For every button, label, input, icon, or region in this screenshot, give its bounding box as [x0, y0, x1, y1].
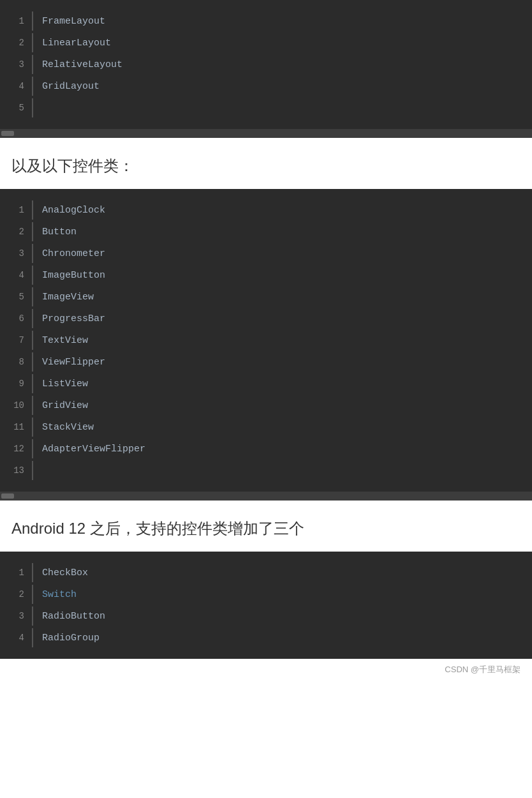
- line-separator: [32, 309, 33, 328]
- line-separator: [32, 222, 33, 241]
- line-number: 3: [0, 59, 32, 70]
- line-number: 1: [0, 205, 32, 215]
- line-number: 4: [0, 633, 32, 643]
- line-separator: [32, 439, 33, 458]
- line-number: 1: [0, 568, 32, 578]
- line-number: 5: [0, 292, 32, 302]
- line-content: Button: [42, 227, 77, 237]
- line-separator: [32, 331, 33, 350]
- section-heading: 以及以下控件类：: [0, 138, 532, 189]
- line-content: RelativeLayout: [42, 59, 122, 70]
- line-separator: [32, 628, 33, 647]
- line-content: RadioButton: [42, 611, 105, 622]
- line-content: ImageView: [42, 292, 94, 303]
- code-line: 4RadioGroup: [0, 627, 532, 649]
- middle-code-block-wrapper: 1AnalogClock2Button3Chronometer4ImageBut…: [0, 189, 532, 501]
- code-line: 9ListView: [0, 373, 532, 395]
- android12-heading: Android 12 之后，支持的控件类增加了三个: [0, 501, 532, 552]
- line-content: ListView: [42, 379, 88, 389]
- line-number: 10: [0, 400, 32, 410]
- line-number: 11: [0, 422, 32, 432]
- page-wrapper: 1FrameLayout2LinearLayout3RelativeLayout…: [0, 0, 532, 681]
- line-separator: [32, 11, 33, 31]
- middle-scrollbar-thumb[interactable]: [1, 493, 14, 499]
- line-number: 4: [0, 81, 32, 91]
- code-line: 13: [0, 460, 532, 481]
- top-code-block-wrapper: 1FrameLayout2LinearLayout3RelativeLayout…: [0, 0, 532, 138]
- line-separator: [32, 244, 33, 263]
- line-content: RadioGroup: [42, 633, 100, 644]
- code-line: 1FrameLayout: [0, 10, 532, 32]
- line-separator: [32, 98, 33, 117]
- top-scrollbar-thumb[interactable]: [1, 131, 14, 136]
- line-number: 4: [0, 270, 32, 280]
- line-number: 1: [0, 16, 32, 26]
- code-line: 3Chronometer: [0, 243, 532, 264]
- line-number: 2: [0, 38, 32, 48]
- code-line: 12AdapterViewFlipper: [0, 438, 532, 460]
- line-separator: [32, 77, 33, 96]
- line-separator: [32, 287, 33, 306]
- code-line: 1AnalogClock: [0, 199, 532, 221]
- top-scrollbar[interactable]: [0, 129, 532, 138]
- code-line: 10GridView: [0, 395, 532, 416]
- line-content: LinearLayout: [42, 38, 111, 49]
- code-line: 2Switch: [0, 583, 532, 605]
- code-line: 7TextView: [0, 329, 532, 351]
- middle-code-block: 1AnalogClock2Button3Chronometer4ImageBut…: [0, 189, 532, 492]
- line-number: 9: [0, 379, 32, 389]
- bottom-code-block-wrapper: 1CheckBox2Switch3RadioButton4RadioGroup: [0, 552, 532, 659]
- line-number: 5: [0, 103, 32, 113]
- line-number: 12: [0, 444, 32, 454]
- bottom-code-block: 1CheckBox2Switch3RadioButton4RadioGroup: [0, 552, 532, 659]
- code-line: 1CheckBox: [0, 562, 532, 583]
- line-content: AdapterViewFlipper: [42, 444, 145, 455]
- line-content: ViewFlipper: [42, 357, 105, 368]
- line-number: 13: [0, 465, 32, 476]
- code-line: 5: [0, 97, 532, 119]
- line-content: ImageButton: [42, 270, 105, 281]
- code-line: 4GridLayout: [0, 75, 532, 97]
- line-content: StackView: [42, 422, 94, 433]
- line-separator: [32, 55, 33, 74]
- line-separator: [32, 352, 33, 372]
- line-content: FrameLayout: [42, 16, 105, 27]
- line-separator: [32, 461, 33, 480]
- code-line: 8ViewFlipper: [0, 351, 532, 373]
- middle-scrollbar[interactable]: [0, 492, 532, 501]
- line-separator: [32, 585, 33, 604]
- code-line: 6ProgressBar: [0, 308, 532, 329]
- code-line: 3RelativeLayout: [0, 54, 532, 75]
- line-separator: [32, 563, 33, 582]
- line-content: ProgressBar: [42, 313, 105, 324]
- line-number: 3: [0, 248, 32, 259]
- line-content: AnalogClock: [42, 205, 105, 216]
- line-separator: [32, 606, 33, 626]
- line-separator: [32, 200, 33, 220]
- line-content: CheckBox: [42, 568, 88, 578]
- line-number: 2: [0, 227, 32, 237]
- code-line: 5ImageView: [0, 286, 532, 308]
- line-content: GridView: [42, 400, 88, 411]
- line-separator: [32, 418, 33, 437]
- line-content: Chronometer: [42, 248, 105, 259]
- line-number: 8: [0, 357, 32, 367]
- line-content: Switch: [42, 589, 77, 600]
- line-number: 3: [0, 611, 32, 621]
- code-line: 2LinearLayout: [0, 32, 532, 54]
- code-line: 3RadioButton: [0, 605, 532, 627]
- line-separator: [32, 396, 33, 415]
- line-separator: [32, 33, 33, 52]
- line-number: 6: [0, 313, 32, 324]
- top-code-block: 1FrameLayout2LinearLayout3RelativeLayout…: [0, 0, 532, 129]
- line-number: 7: [0, 335, 32, 345]
- line-separator: [32, 266, 33, 285]
- line-content: GridLayout: [42, 81, 100, 92]
- code-line: 4ImageButton: [0, 264, 532, 286]
- line-separator: [32, 374, 33, 393]
- footer-text: CSDN @千里马框架: [0, 659, 532, 681]
- code-line: 11StackView: [0, 416, 532, 438]
- line-number: 2: [0, 589, 32, 599]
- line-content: TextView: [42, 335, 88, 346]
- code-line: 2Button: [0, 221, 532, 243]
